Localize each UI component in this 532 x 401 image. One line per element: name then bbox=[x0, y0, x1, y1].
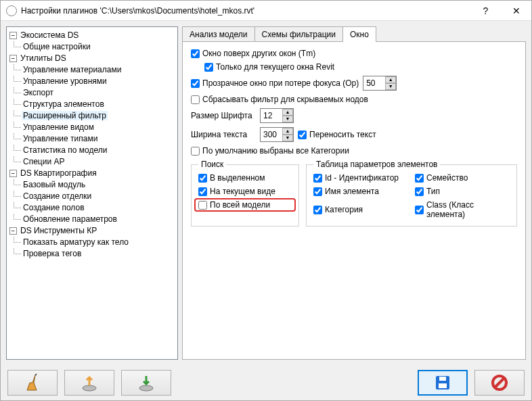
font-size-label: Размер Шрифта bbox=[191, 111, 256, 120]
titlebar: Настройки плагинов 'C:\Users\mkos\Docume… bbox=[1, 1, 531, 21]
svg-point-2 bbox=[139, 385, 153, 391]
svg-rect-4 bbox=[439, 383, 447, 388]
current-revit-only-checkbox[interactable]: Только для текущего окна Revit bbox=[204, 62, 334, 72]
topmost-checkbox[interactable]: Окно поверх других окон (Tm) bbox=[191, 49, 315, 58]
text-width-label: Ширина текста bbox=[191, 130, 256, 139]
tree-node[interactable]: Базовый модуль bbox=[22, 180, 87, 189]
col-name-checkbox[interactable]: Имя элемента bbox=[313, 187, 408, 196]
search-current-view-checkbox[interactable]: На текущем виде bbox=[198, 187, 292, 196]
tree-toggle[interactable]: − bbox=[9, 227, 17, 235]
text-width-spinner[interactable]: ▲▼ bbox=[260, 127, 294, 142]
settings-window: Настройки плагинов 'C:\Users\mkos\Docume… bbox=[0, 0, 532, 401]
spin-up[interactable]: ▲ bbox=[282, 128, 293, 135]
tree-node[interactable]: Обновление параметров bbox=[22, 214, 118, 224]
clean-button[interactable] bbox=[7, 370, 58, 396]
tree-node[interactable]: Показать арматуру как тело bbox=[22, 237, 130, 247]
opacity-spinner[interactable]: ▲▼ bbox=[363, 76, 397, 91]
tree-node[interactable]: Проверка тегов bbox=[22, 249, 83, 258]
cancel-icon bbox=[491, 374, 508, 392]
svg-line-7 bbox=[495, 378, 504, 387]
tree-node[interactable]: Структура элементов bbox=[22, 99, 106, 109]
tree-node[interactable]: Общие настройки bbox=[22, 42, 92, 51]
tree-node[interactable]: DS Квартирография bbox=[19, 168, 98, 178]
tree-node[interactable]: Статистика по модели bbox=[22, 145, 109, 155]
close-button[interactable]: ✕ bbox=[501, 1, 531, 21]
tree-node[interactable]: Экспорт bbox=[22, 88, 55, 97]
spin-up[interactable]: ▲ bbox=[282, 109, 293, 116]
svg-point-1 bbox=[83, 385, 96, 391]
tab-1[interactable]: Схемы фильтрации bbox=[254, 26, 343, 42]
tab-strip: Анализ моделиСхемы фильтрацииОкно bbox=[182, 26, 526, 42]
tree-panel: −Экосистема DSОбщие настройки−Утилиты DS… bbox=[6, 26, 178, 360]
nav-tree[interactable]: −Экосистема DSОбщие настройки−Утилиты DS… bbox=[8, 30, 176, 260]
app-icon bbox=[6, 5, 17, 16]
search-all-model-checkbox[interactable]: По всей модели bbox=[198, 200, 292, 210]
col-class-checkbox[interactable]: Class (Класс элемента) bbox=[415, 200, 510, 219]
svg-rect-5 bbox=[439, 377, 446, 381]
tree-node[interactable]: Расширенный фильтр bbox=[22, 111, 108, 120]
tree-node[interactable]: Создание отделки bbox=[22, 191, 93, 201]
font-size-spinner[interactable]: ▲▼ bbox=[260, 108, 294, 123]
tree-toggle[interactable]: − bbox=[9, 55, 17, 62]
spin-down[interactable]: ▼ bbox=[385, 83, 396, 90]
broom-icon bbox=[23, 373, 42, 392]
window-title: Настройки плагинов 'C:\Users\mkos\Docume… bbox=[21, 6, 470, 16]
tab-content-window: Окно поверх других окон (Tm) Только для … bbox=[182, 41, 526, 360]
tree-toggle[interactable]: − bbox=[9, 32, 17, 39]
spin-down[interactable]: ▼ bbox=[282, 116, 293, 122]
search-group: Поиск В выделенном На текущем виде bbox=[191, 160, 299, 227]
tree-node[interactable]: Управление уровнями bbox=[22, 76, 108, 86]
tree-node[interactable]: Создание полов bbox=[22, 203, 86, 212]
search-in-selection-checkbox[interactable]: В выделенном bbox=[198, 173, 292, 183]
param-table-group: Таблица параметров элементов Id - Иденти… bbox=[306, 160, 517, 227]
tree-node[interactable]: Управление видом bbox=[22, 122, 95, 132]
import-icon bbox=[137, 373, 156, 392]
tree-toggle[interactable]: − bbox=[9, 170, 17, 177]
export-button[interactable] bbox=[64, 370, 114, 396]
cancel-button[interactable] bbox=[474, 370, 525, 396]
import-button[interactable] bbox=[121, 370, 171, 396]
all-categories-checkbox[interactable]: По умолчанию выбраны все Категории bbox=[191, 146, 349, 156]
tree-node[interactable]: Управление материалами bbox=[22, 65, 123, 74]
tab-2[interactable]: Окно bbox=[342, 26, 376, 42]
col-id-checkbox[interactable]: Id - Идентификатор bbox=[313, 173, 408, 183]
tree-node[interactable]: Специи АР bbox=[22, 157, 66, 166]
export-icon bbox=[80, 373, 99, 392]
save-icon bbox=[434, 374, 451, 392]
wrap-text-checkbox[interactable]: Переносить текст bbox=[298, 130, 376, 139]
col-category-checkbox[interactable]: Категория bbox=[313, 200, 408, 219]
tree-node[interactable]: Экосистема DS bbox=[19, 30, 80, 40]
footer-toolbar bbox=[1, 365, 531, 400]
tree-node[interactable]: Управление типами bbox=[22, 134, 99, 143]
spin-up[interactable]: ▲ bbox=[385, 76, 396, 83]
help-button[interactable]: ? bbox=[470, 1, 501, 21]
svg-line-0 bbox=[35, 374, 37, 375]
tree-node[interactable]: Утилиты DS bbox=[19, 53, 68, 63]
transparent-on-blur-checkbox[interactable]: Прозрачное окно при потере фокуса (Op) bbox=[191, 78, 359, 88]
tree-node[interactable]: DS Инструменты КР bbox=[19, 226, 98, 235]
col-family-checkbox[interactable]: Семейство bbox=[415, 173, 510, 183]
spin-down[interactable]: ▼ bbox=[282, 135, 293, 141]
col-type-checkbox[interactable]: Тип bbox=[415, 187, 510, 196]
tab-0[interactable]: Анализ модели bbox=[182, 26, 255, 42]
reset-filter-checkbox[interactable]: Сбрасывать фильтр для скрываемых нодов bbox=[191, 95, 368, 104]
save-button[interactable] bbox=[418, 370, 468, 396]
highlight-marker: По всей модели bbox=[194, 198, 296, 212]
